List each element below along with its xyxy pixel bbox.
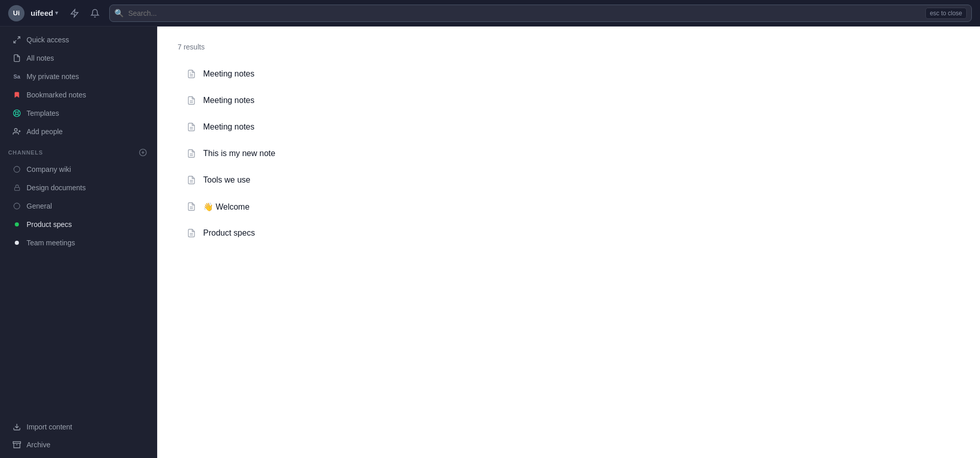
topbar-icons (66, 5, 103, 21)
result-doc-icon-6 (186, 201, 197, 212)
channels-section-header: CHANNELS (0, 141, 157, 160)
channels-label: CHANNELS (8, 149, 43, 156)
result-label-7: Product specs (203, 228, 255, 238)
sidebar-item-import-content[interactable]: Import content (4, 418, 153, 436)
result-label-2: Meeting notes (203, 96, 255, 105)
result-label-6: 👋 Welcome (203, 202, 250, 212)
sidebar-label-bookmarked-notes: Bookmarked notes (27, 91, 86, 99)
result-item-3[interactable]: Meeting notes (178, 114, 960, 140)
result-doc-icon-1 (186, 68, 197, 80)
result-item-4[interactable]: This is my new note (178, 141, 960, 166)
sidebar-item-bookmarked-notes[interactable]: Bookmarked notes (4, 86, 153, 104)
chevron-down-icon: ▾ (55, 10, 58, 16)
sidebar-item-my-private-notes[interactable]: Sa My private notes (4, 68, 153, 85)
avatar[interactable]: Ui (8, 5, 24, 21)
general-icon (12, 201, 21, 211)
sidebar-item-product-specs[interactable]: Product specs (4, 216, 153, 233)
search-results-panel: 7 results Meeting notes M (157, 27, 980, 458)
templates-icon (12, 109, 21, 118)
lock-icon (12, 183, 21, 192)
sidebar-label-my-private-notes: My private notes (27, 72, 79, 81)
svg-point-3 (15, 112, 18, 114)
sidebar-label-design-documents: Design documents (27, 184, 86, 192)
all-notes-icon (12, 54, 21, 63)
result-item-7[interactable]: Product specs (178, 220, 960, 246)
lightning-icon[interactable] (66, 5, 83, 21)
svg-point-8 (14, 129, 17, 131)
sidebar-item-archive[interactable]: Archive (4, 436, 153, 453)
sidebar-label-general: General (27, 202, 52, 210)
result-doc-icon-4 (186, 148, 197, 159)
result-item-1[interactable]: Meeting notes (178, 61, 960, 87)
svg-rect-15 (14, 187, 19, 190)
main-layout: Quick access All notes Sa My private not… (0, 27, 980, 458)
sidebar-item-general[interactable]: General (4, 197, 153, 215)
result-doc-icon-5 (186, 174, 197, 186)
results-count: 7 results (178, 43, 960, 51)
result-doc-icon-7 (186, 227, 197, 239)
result-label-3: Meeting notes (203, 122, 255, 132)
add-channel-button[interactable] (137, 147, 149, 158)
result-doc-icon-2 (186, 95, 197, 106)
add-people-icon (12, 127, 21, 136)
bookmark-icon (12, 90, 21, 99)
company-wiki-icon (12, 165, 21, 174)
svg-line-6 (18, 111, 19, 112)
sidebar-item-quick-access[interactable]: Quick access (4, 31, 153, 48)
sidebar-item-team-meetings[interactable]: Team meetings (4, 234, 153, 251)
sidebar-label-add-people: Add people (27, 128, 63, 136)
result-item-2[interactable]: Meeting notes (178, 88, 960, 113)
sidebar-label-quick-access: Quick access (27, 36, 69, 44)
sidebar: Quick access All notes Sa My private not… (0, 27, 157, 458)
sidebar-item-company-wiki[interactable]: Company wiki (4, 161, 153, 178)
result-label-1: Meeting notes (203, 69, 255, 79)
team-meetings-dot (12, 238, 21, 247)
svg-point-14 (14, 166, 20, 172)
sidebar-item-design-documents[interactable]: Design documents (4, 179, 153, 196)
result-doc-icon-3 (186, 121, 197, 133)
sidebar-item-templates[interactable]: Templates (4, 105, 153, 122)
search-input[interactable]: notes (109, 5, 972, 22)
sidebar-label-archive: Archive (27, 441, 51, 449)
svg-line-5 (18, 114, 19, 116)
workspace-name[interactable]: uifeed ▾ (31, 9, 58, 17)
svg-line-0 (17, 37, 20, 39)
sidebar-label-all-notes: All notes (27, 54, 54, 62)
product-specs-dot (12, 220, 21, 229)
import-icon (12, 422, 21, 431)
search-bar: 🔍 notes esc to close (109, 5, 972, 22)
sidebar-bottom: Import content Archive (0, 418, 157, 458)
result-label-5: Tools we use (203, 175, 251, 185)
bell-icon[interactable] (87, 5, 103, 21)
result-item-5[interactable]: Tools we use (178, 167, 960, 193)
sidebar-item-all-notes[interactable]: All notes (4, 49, 153, 67)
sidebar-label-import: Import content (27, 423, 72, 431)
sidebar-label-company-wiki: Company wiki (27, 165, 71, 173)
svg-line-1 (14, 40, 16, 43)
result-label-4: This is my new note (203, 149, 275, 158)
private-notes-icon: Sa (12, 72, 21, 81)
sidebar-label-templates: Templates (27, 109, 59, 117)
search-icon: 🔍 (114, 9, 124, 18)
svg-line-4 (14, 111, 16, 112)
svg-point-16 (14, 203, 20, 209)
result-item-6[interactable]: 👋 Welcome (178, 194, 960, 219)
sidebar-label-product-specs: Product specs (27, 220, 72, 228)
sidebar-item-add-people[interactable]: Add people (4, 123, 153, 140)
quick-access-icon (12, 35, 21, 44)
topbar: Ui uifeed ▾ 🔍 notes esc to close (0, 0, 980, 27)
svg-line-7 (14, 114, 16, 116)
esc-hint: esc to close (925, 8, 967, 19)
sidebar-label-team-meetings: Team meetings (27, 239, 75, 247)
svg-rect-18 (13, 442, 21, 443)
archive-icon (12, 440, 21, 449)
